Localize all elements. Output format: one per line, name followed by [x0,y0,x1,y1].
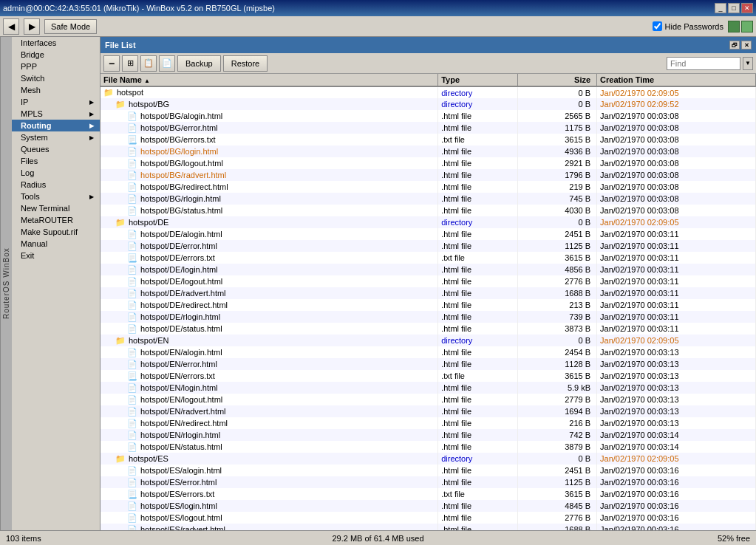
table-row[interactable]: 📃hotspot/ES/errors.txt.txt file3615 BJan… [101,488,756,500]
minimize-button[interactable]: _ [715,3,726,13]
table-row[interactable]: 📄hotspot/DE/radvert.html.html file1688 B… [101,287,756,299]
sidebar-item-system[interactable]: System [12,131,100,143]
file-list-header-controls: 🗗 ✕ [729,41,752,49]
table-row[interactable]: 📄hotspot/EN/status.html.html file3879 BJ… [101,441,756,453]
file-list-restore-button[interactable]: 🗗 [729,41,740,49]
table-row[interactable]: 📁hotspot/ENdirectory0 BJan/02/1970 02:09… [101,335,756,346]
close-button[interactable]: ✕ [741,3,753,13]
file-name: hotspot/BG [129,100,169,109]
table-row[interactable]: 📄hotspot/DE/rlogin.html.html file739 BJa… [101,311,756,323]
copy-button[interactable]: 📋 [140,55,157,72]
search-dropdown[interactable]: ▼ [743,57,753,70]
table-row[interactable]: 📄hotspot/ES/error.html.html file1125 BJa… [101,476,756,488]
hide-passwords-label[interactable]: Hide Passwords [665,22,723,31]
file-size: 3615 B [517,134,596,145]
file-name: hotspot/DE/login.html [140,265,218,274]
col-header-size[interactable]: Size [517,74,596,86]
sidebar-item-switch[interactable]: Switch [12,72,100,84]
sidebar-item-new-terminal[interactable]: New Terminal [12,202,100,214]
table-row[interactable]: 📁hotspot/ESdirectory0 BJan/02/1970 02:09… [101,453,756,465]
minus-button[interactable]: − [103,55,120,72]
table-row[interactable]: 📁hotspotdirectory0 BJan/02/1970 02:09:05 [101,86,756,98]
sidebar-item-log[interactable]: Log [12,167,100,179]
file-type: directory [438,216,517,228]
col-header-type[interactable]: Type [438,74,517,86]
table-row[interactable]: 📄hotspot/BG/radvert.html.html file1796 B… [101,169,756,181]
sidebar-item-bridge[interactable]: Bridge [12,49,100,61]
file-name: hotspot/ES/error.html [140,478,217,487]
table-row[interactable]: 📄hotspot/EN/radvert.html.html file1694 B… [101,405,756,417]
table-row[interactable]: 📄hotspot/BG/error.html.html file1175 BJa… [101,122,756,134]
file-creation-time: Jan/02/1970 02:09:05 [597,453,756,465]
sidebar-item-radius[interactable]: Radius [12,179,100,191]
back-button[interactable]: ◀ [3,18,19,35]
file-creation-time: Jan/02/1970 00:03:11 [597,287,756,299]
restore-button[interactable]: Restore [223,55,268,72]
table-row[interactable]: 📄hotspot/BG/login.html.html file4936 BJa… [101,145,756,157]
maximize-button[interactable]: □ [728,3,740,13]
table-row[interactable]: 📄hotspot/DE/alogin.html.html file2451 BJ… [101,228,756,240]
sidebar-item-interfaces[interactable]: Interfaces [12,37,100,49]
safe-mode-button[interactable]: Safe Mode [44,19,97,34]
table-row[interactable]: 📄hotspot/EN/alogin.html.html file2454 BJ… [101,346,756,358]
file-size: 2776 B [517,275,596,287]
table-row[interactable]: 📃hotspot/BG/errors.txt.txt file3615 BJan… [101,134,756,145]
table-row[interactable]: 📄hotspot/BG/status.html.html file4030 BJ… [101,205,756,216]
table-row[interactable]: 📄hotspot/DE/status.html.html file3873 BJ… [101,323,756,335]
sidebar-item-make-supout.rif[interactable]: Make Supout.rif [12,226,100,238]
table-row[interactable]: 📄hotspot/BG/rlogin.html.html file745 BJa… [101,193,756,205]
sidebar-item-files[interactable]: Files [12,155,100,167]
sidebar-item-mesh[interactable]: Mesh [12,84,100,96]
sidebar-item-ip[interactable]: IP [12,96,100,108]
table-row[interactable]: 📄hotspot/BG/redirect.html.html file219 B… [101,181,756,193]
table-row[interactable]: 📃hotspot/DE/errors.txt.txt file3615 BJan… [101,252,756,264]
backup-button[interactable]: Backup [177,55,221,72]
file-list-close-button[interactable]: ✕ [741,41,752,49]
file-type: .html file [438,358,517,370]
forward-button[interactable]: ▶ [24,18,40,35]
table-row[interactable]: 📄hotspot/ES/login.html.html file4845 BJa… [101,500,756,512]
hide-passwords-checkbox[interactable] [653,21,662,31]
sidebar-item-exit[interactable]: Exit [12,250,100,261]
html-file-icon: 📄 [127,525,137,531]
file-creation-time: Jan/02/1970 00:03:16 [597,500,756,512]
table-row[interactable]: 📄hotspot/DE/error.html.html file1125 BJa… [101,240,756,252]
sidebar-item-mpls[interactable]: MPLS [12,108,100,120]
table-row[interactable]: 📃hotspot/EN/errors.txt.txt file3615 BJan… [101,370,756,382]
col-header-time[interactable]: Creation Time [597,74,756,86]
table-row[interactable]: 📄hotspot/EN/rlogin.html.html file742 BJa… [101,429,756,441]
file-creation-time: Jan/02/1970 00:03:11 [597,311,756,323]
table-row[interactable]: 📄hotspot/EN/redirect.html.html file216 B… [101,417,756,429]
html-file-icon: 📄 [127,206,137,215]
table-row[interactable]: 📄hotspot/ES/alogin.html.html file2451 BJ… [101,465,756,476]
search-input[interactable] [667,57,740,70]
sidebar-item-metarouter[interactable]: MetaROUTER [12,214,100,226]
table-row[interactable]: 📄hotspot/BG/logout.html.html file2921 BJ… [101,157,756,169]
paste-button[interactable]: 📄 [159,55,175,72]
file-list-header: File List 🗗 ✕ [101,37,756,53]
sidebar-item-manual[interactable]: Manual [12,238,100,250]
table-row[interactable]: 📄hotspot/BG/alogin.html.html file2565 BJ… [101,110,756,122]
sidebar-item-routing[interactable]: Routing [12,120,100,131]
table-row[interactable]: 📁hotspot/BGdirectory0 BJan/02/1970 02:09… [101,98,756,110]
file-type: .html file [438,465,517,476]
sidebar-item-ppp[interactable]: PPP [12,61,100,72]
html-file-icon: 📄 [127,230,137,239]
html-file-icon: 📄 [127,277,137,286]
sidebar-item-queues[interactable]: Queues [12,143,100,155]
file-type: .html file [438,169,517,181]
table-row[interactable]: 📁hotspot/DEdirectory0 BJan/02/1970 02:09… [101,216,756,228]
table-row[interactable]: 📄hotspot/DE/login.html.html file4856 BJa… [101,264,756,275]
table-row[interactable]: 📄hotspot/EN/logout.html.html file2779 BJ… [101,394,756,405]
filter-button[interactable]: ⊞ [122,55,138,72]
table-row[interactable]: 📄hotspot/EN/login.html.html file5.9 kBJa… [101,382,756,394]
table-row[interactable]: 📄hotspot/ES/logout.html.html file2776 BJ… [101,512,756,524]
col-header-name[interactable]: File Name ▲ [101,74,438,86]
table-row[interactable]: 📄hotspot/DE/logout.html.html file2776 BJ… [101,275,756,287]
table-row[interactable]: 📄hotspot/EN/error.html.html file1128 BJa… [101,358,756,370]
sidebar-item-tools[interactable]: Tools [12,191,100,202]
file-name: hotspot/DE/logout.html [140,277,222,286]
table-row[interactable]: 📄hotspot/DE/redirect.html.html file213 B… [101,299,756,311]
table-row[interactable]: 📄hotspot/ES/radvert.html.html file1688 B… [101,524,756,530]
folder-icon: 📁 [103,88,114,97]
